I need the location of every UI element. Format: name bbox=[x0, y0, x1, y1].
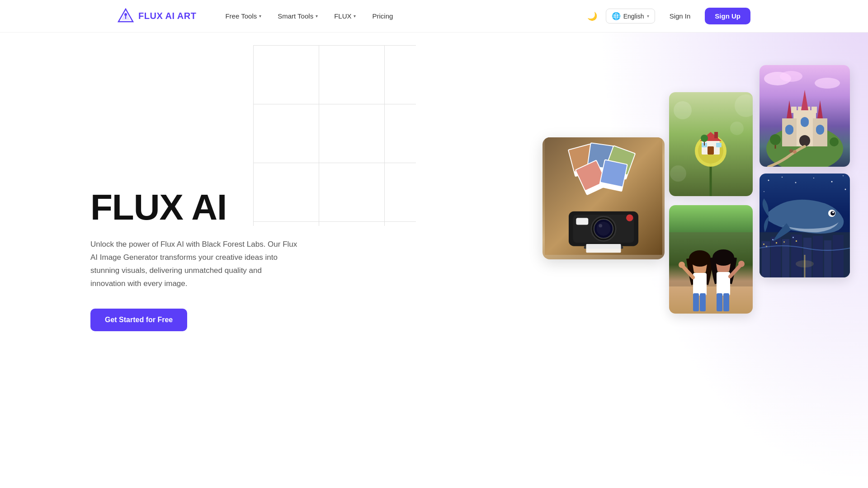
girls-waving-image bbox=[669, 205, 753, 314]
svg-rect-48 bbox=[693, 293, 699, 311]
fantasy-castle-image bbox=[760, 65, 850, 167]
camera-polaroid-image bbox=[542, 137, 665, 259]
svg-point-86 bbox=[831, 181, 833, 183]
svg-point-27 bbox=[730, 122, 744, 135]
svg-rect-101 bbox=[772, 239, 774, 240]
svg-rect-56 bbox=[723, 293, 729, 311]
nav-inner: FLUX AI ART Free Tools ▾ Smart Tools ▾ F… bbox=[118, 8, 750, 24]
svg-point-110 bbox=[832, 211, 834, 213]
chevron-down-icon: ▾ bbox=[647, 14, 649, 19]
language-label: English bbox=[623, 13, 644, 20]
svg-rect-103 bbox=[783, 241, 785, 243]
svg-rect-24 bbox=[586, 244, 621, 253]
svg-point-89 bbox=[845, 189, 846, 190]
svg-point-20 bbox=[599, 224, 602, 228]
svg-point-19 bbox=[597, 222, 611, 236]
svg-point-83 bbox=[782, 177, 783, 178]
castle-svg bbox=[760, 65, 850, 167]
logo-text: FLUX AI ART bbox=[138, 11, 196, 21]
svg-rect-97 bbox=[824, 240, 831, 277]
svg-rect-55 bbox=[717, 293, 722, 311]
chevron-down-icon: ▾ bbox=[259, 14, 261, 19]
whale-svg bbox=[760, 174, 850, 277]
svg-point-107 bbox=[796, 260, 814, 267]
flower-house-image bbox=[669, 92, 753, 196]
svg-point-22 bbox=[626, 214, 633, 221]
nav-item-free-tools[interactable]: Free Tools ▾ bbox=[218, 9, 269, 23]
globe-icon: 🌐 bbox=[612, 12, 621, 20]
svg-rect-66 bbox=[811, 107, 817, 113]
svg-point-77 bbox=[830, 137, 839, 146]
svg-point-82 bbox=[768, 180, 769, 181]
svg-rect-96 bbox=[813, 236, 823, 277]
svg-rect-35 bbox=[708, 146, 714, 155]
flower-svg bbox=[669, 92, 753, 196]
sign-in-button[interactable]: Sign In bbox=[660, 9, 700, 23]
svg-rect-49 bbox=[700, 293, 706, 311]
chevron-down-icon: ▾ bbox=[316, 14, 318, 19]
nav-links: Free Tools ▾ Smart Tools ▾ FLUX ▾ Pricin… bbox=[218, 9, 584, 23]
camera-svg bbox=[542, 137, 665, 255]
svg-point-85 bbox=[813, 178, 814, 178]
svg-rect-37 bbox=[716, 143, 722, 147]
svg-point-54 bbox=[738, 261, 745, 267]
svg-point-59 bbox=[780, 71, 802, 82]
svg-point-29 bbox=[670, 165, 686, 182]
girls-svg bbox=[669, 205, 753, 314]
nav-right: 🌙 🌐 English ▾ Sign In Sign Up bbox=[584, 8, 750, 24]
language-selector[interactable]: 🌐 English ▾ bbox=[606, 9, 655, 23]
svg-rect-73 bbox=[785, 125, 793, 135]
nav-item-pricing[interactable]: Pricing bbox=[365, 9, 400, 23]
dark-mode-button[interactable]: 🌙 bbox=[584, 8, 600, 24]
svg-rect-72 bbox=[801, 117, 809, 127]
hero-description: Unlock the power of Flux AI with Black F… bbox=[90, 238, 298, 291]
svg-rect-63 bbox=[791, 107, 797, 113]
nav-item-flux[interactable]: FLUX ▾ bbox=[327, 9, 363, 23]
logo[interactable]: FLUX AI ART bbox=[118, 8, 196, 24]
navbar: FLUX AI ART Free Tools ▾ Smart Tools ▾ F… bbox=[0, 0, 868, 33]
sign-up-button[interactable]: Sign Up bbox=[705, 8, 750, 24]
hero-images-area bbox=[506, 65, 868, 488]
logo-icon bbox=[118, 8, 134, 24]
svg-rect-98 bbox=[833, 235, 844, 277]
svg-point-76 bbox=[770, 134, 781, 145]
cta-get-started-button[interactable]: Get Started for Free bbox=[90, 309, 187, 331]
svg-rect-104 bbox=[793, 237, 794, 238]
svg-point-80 bbox=[793, 150, 797, 154]
hero-title: FLUX AI bbox=[90, 189, 298, 225]
svg-rect-105 bbox=[796, 240, 797, 242]
nav-item-smart-tools[interactable]: Smart Tools ▾ bbox=[270, 9, 325, 23]
svg-point-79 bbox=[789, 149, 793, 153]
svg-rect-45 bbox=[693, 273, 707, 296]
svg-rect-21 bbox=[576, 218, 588, 225]
svg-point-87 bbox=[843, 175, 844, 176]
svg-rect-52 bbox=[717, 272, 730, 296]
hero-section: FLUX AI Unlock the power of Flux AI with… bbox=[0, 33, 868, 488]
svg-rect-14 bbox=[600, 160, 627, 187]
whale-city-image bbox=[760, 174, 850, 277]
svg-point-88 bbox=[764, 191, 764, 192]
svg-rect-102 bbox=[776, 242, 777, 244]
svg-point-84 bbox=[795, 182, 797, 183]
svg-point-26 bbox=[674, 101, 692, 119]
svg-rect-74 bbox=[816, 125, 824, 135]
svg-point-2 bbox=[124, 13, 127, 16]
svg-rect-99 bbox=[763, 244, 764, 245]
svg-point-39 bbox=[701, 135, 708, 142]
svg-point-47 bbox=[679, 262, 685, 268]
svg-point-60 bbox=[815, 78, 840, 89]
chevron-down-icon: ▾ bbox=[354, 14, 356, 19]
hero-content: FLUX AI Unlock the power of Flux AI with… bbox=[90, 189, 298, 331]
camera-scene bbox=[542, 137, 665, 259]
moon-icon: 🌙 bbox=[587, 11, 597, 21]
svg-rect-75 bbox=[799, 135, 810, 146]
svg-rect-38 bbox=[714, 132, 718, 138]
svg-rect-93 bbox=[782, 239, 789, 277]
